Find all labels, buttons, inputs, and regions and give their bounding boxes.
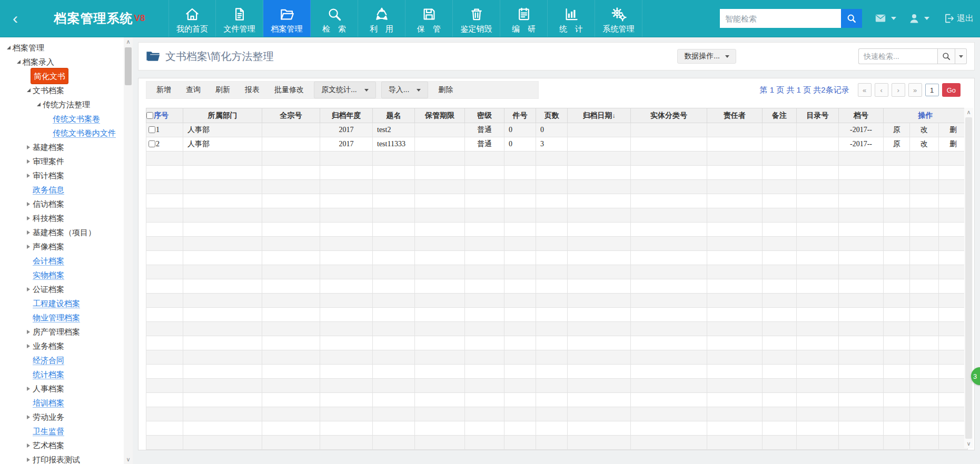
quick-search-button[interactable] bbox=[937, 48, 955, 64]
tree-item[interactable]: 卫生监督 bbox=[0, 424, 123, 438]
tree-item-label[interactable]: 声像档案 bbox=[33, 239, 64, 254]
tree-item[interactable]: 基建档案（项目） bbox=[0, 225, 123, 239]
tree-collapsed-icon[interactable] bbox=[24, 385, 33, 393]
nav-item[interactable]: 编 研 bbox=[500, 0, 548, 37]
tree-item-label[interactable]: 基建档案（项目） bbox=[33, 225, 96, 239]
tree-item-label[interactable]: 审计档案 bbox=[33, 168, 64, 183]
tree-item-label[interactable]: 传统方法整理 bbox=[43, 97, 90, 112]
sidebar-scrollbar[interactable]: ∧ ∨ bbox=[124, 37, 133, 464]
tree-item[interactable]: 人事档案 bbox=[0, 381, 123, 396]
tree-item[interactable]: 文书档案 bbox=[0, 83, 123, 97]
tree-item-label[interactable]: 经济合同 bbox=[33, 353, 64, 367]
tree-item[interactable]: 传统方法整理 bbox=[0, 97, 123, 112]
logout-button[interactable]: 退出 bbox=[943, 13, 974, 24]
scroll-up-icon[interactable]: ∧ bbox=[124, 37, 133, 46]
last-page-button[interactable]: » bbox=[908, 83, 922, 97]
column-header[interactable]: 目录号 bbox=[797, 108, 839, 123]
tree-item-label[interactable]: 传统文书案卷 bbox=[53, 112, 100, 126]
tree-expanded-icon[interactable] bbox=[34, 100, 43, 109]
back-button[interactable]: ‹ bbox=[0, 0, 31, 37]
tree-item-label[interactable]: 工程建设档案 bbox=[33, 296, 80, 310]
tree-collapsed-icon[interactable] bbox=[24, 413, 33, 421]
user-menu[interactable] bbox=[908, 12, 929, 25]
tree-item-label[interactable]: 人事档案 bbox=[33, 381, 64, 396]
column-header[interactable]: 序号 bbox=[146, 108, 183, 123]
tree-expanded-icon[interactable] bbox=[14, 58, 23, 66]
tree-collapsed-icon[interactable] bbox=[24, 157, 33, 166]
tree-item-label[interactable]: 实物档案 bbox=[33, 268, 64, 282]
first-page-button[interactable]: « bbox=[858, 83, 872, 97]
column-header[interactable]: 档号 bbox=[839, 108, 884, 123]
tree-collapsed-icon[interactable] bbox=[24, 143, 33, 152]
tree-item-label[interactable]: 房产管理档案 bbox=[33, 325, 80, 339]
tree-item-label[interactable]: 科技档案 bbox=[33, 211, 64, 225]
tree-item[interactable]: 艺术档案 bbox=[0, 438, 123, 452]
toolbar-button[interactable]: 删除 bbox=[431, 82, 460, 98]
table-scrollbar[interactable]: ∧ ∨ bbox=[964, 108, 973, 448]
column-header[interactable]: 页数 bbox=[536, 108, 568, 123]
tree-item[interactable]: 声像档案 bbox=[0, 239, 123, 254]
column-header[interactable]: 保管期限 bbox=[415, 108, 465, 123]
nav-item[interactable]: 统 计 bbox=[548, 0, 595, 37]
toolbar-button[interactable]: 批量修改 bbox=[268, 82, 311, 98]
column-header[interactable]: 密级 bbox=[465, 108, 504, 123]
toolbar-button[interactable]: 报表 bbox=[238, 82, 266, 98]
tree-item-label[interactable]: 档案录入 bbox=[23, 55, 54, 69]
nav-item[interactable]: 我的首页 bbox=[169, 0, 216, 37]
column-header[interactable]: 备注 bbox=[763, 108, 797, 123]
tree-item[interactable]: 档案录入 bbox=[0, 55, 123, 69]
toolbar-dropdown[interactable]: 导入... bbox=[381, 82, 429, 98]
page-number-input[interactable] bbox=[925, 84, 939, 96]
tree-item-label[interactable]: 会计档案 bbox=[33, 254, 64, 268]
tree-collapsed-icon[interactable] bbox=[24, 328, 33, 336]
tree-collapsed-icon[interactable] bbox=[24, 228, 33, 237]
prev-page-button[interactable]: ‹ bbox=[875, 83, 888, 97]
action-edit[interactable]: 改 bbox=[920, 140, 928, 148]
action-original[interactable]: 原 bbox=[893, 140, 900, 148]
tree-item[interactable]: 实物档案 bbox=[0, 268, 123, 282]
nav-item[interactable]: 文件管理 bbox=[216, 0, 263, 37]
tree-collapsed-icon[interactable] bbox=[24, 214, 33, 223]
column-header[interactable]: 归档日期↓ bbox=[568, 108, 631, 123]
tree-collapsed-icon[interactable] bbox=[24, 441, 33, 450]
tree-item[interactable]: 传统文书案卷 bbox=[0, 112, 123, 126]
row-checkbox[interactable] bbox=[149, 140, 155, 147]
action-delete[interactable]: 删 bbox=[949, 126, 957, 134]
mail-menu[interactable] bbox=[874, 13, 896, 24]
nav-item[interactable]: 档案管理 bbox=[263, 0, 311, 37]
tree-item[interactable]: 审计档案 bbox=[0, 168, 123, 183]
action-original[interactable]: 原 bbox=[893, 126, 900, 134]
tree-item[interactable]: 基建档案 bbox=[0, 140, 123, 154]
tree-item-label[interactable]: 文书档案 bbox=[33, 83, 64, 97]
tree-item-label[interactable]: 信访档案 bbox=[33, 197, 64, 211]
action-edit[interactable]: 改 bbox=[920, 126, 928, 134]
scroll-down-icon[interactable]: ∨ bbox=[964, 439, 973, 448]
tree-item[interactable]: 统计档案 bbox=[0, 367, 123, 381]
tree-item[interactable]: 政务信息 bbox=[0, 183, 123, 197]
column-header[interactable]: 题名 bbox=[373, 108, 415, 123]
tree-item[interactable]: 公证档案 bbox=[0, 282, 123, 296]
tree-item-label[interactable]: 业务档案 bbox=[33, 339, 64, 353]
row-checkbox[interactable] bbox=[149, 126, 155, 133]
scroll-down-icon[interactable]: ∨ bbox=[124, 455, 133, 464]
toolbar-button[interactable]: 刷新 bbox=[209, 82, 237, 98]
column-header[interactable]: 全宗号 bbox=[262, 108, 320, 123]
nav-item[interactable]: 保 管 bbox=[405, 0, 453, 37]
smart-search-button[interactable] bbox=[841, 9, 862, 28]
tree-item[interactable]: 工程建设档案 bbox=[0, 296, 123, 310]
tree-item[interactable]: 业务档案 bbox=[0, 339, 123, 353]
tree-collapsed-icon[interactable] bbox=[24, 172, 33, 180]
tree-item-label[interactable]: 简化文书 bbox=[31, 68, 68, 84]
column-header[interactable]: 实体分类号 bbox=[631, 108, 707, 123]
tree-item[interactable]: 审理案件 bbox=[0, 154, 123, 168]
tree-collapsed-icon[interactable] bbox=[24, 243, 33, 251]
tree-item-label[interactable]: 统计档案 bbox=[33, 367, 64, 381]
next-page-button[interactable]: › bbox=[892, 83, 905, 97]
tree-item[interactable]: 物业管理档案 bbox=[0, 310, 123, 325]
nav-item[interactable]: 鉴定销毁 bbox=[453, 0, 500, 37]
column-header[interactable]: 归档年度 bbox=[320, 108, 373, 123]
nav-item[interactable]: 利 用 bbox=[358, 0, 405, 37]
tree-item-label[interactable]: 公证档案 bbox=[33, 282, 64, 296]
tree-item-label[interactable]: 档案管理 bbox=[13, 41, 44, 55]
toolbar-dropdown[interactable]: 原文统计... bbox=[314, 82, 376, 98]
